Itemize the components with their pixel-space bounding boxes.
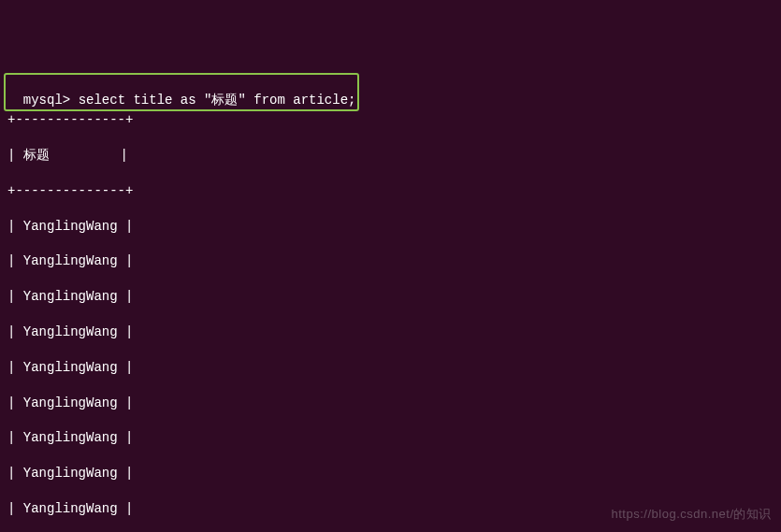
query1-highlight: mysql> select title as "标题" from article… [4,73,359,112]
q1-row: | YanglingWang | [7,429,774,447]
q1-row: | YanglingWang | [7,395,774,412]
q1-row: | YanglingWang | [7,252,774,270]
mysql-prompt: mysql> [23,93,79,108]
q1-row: | YanglingWang | [7,324,774,341]
q1-border-top: +--------------+ [7,111,774,129]
watermark: https://blog.csdn.net/的知识 [612,506,772,523]
q1-row: | YanglingWang | [7,288,774,306]
q1-header: | 标题 | [7,147,774,165]
q1-border-mid: +--------------+ [7,182,774,200]
q1-row: | YanglingWang | [7,465,774,482]
query1-sql: select title as "标题" from article; [79,93,356,108]
query1-prompt[interactable]: mysql> select title as "标题" from article… [23,93,356,108]
q1-row: | YanglingWang | [7,359,774,377]
q1-row: | YanglingWang | [7,218,774,236]
